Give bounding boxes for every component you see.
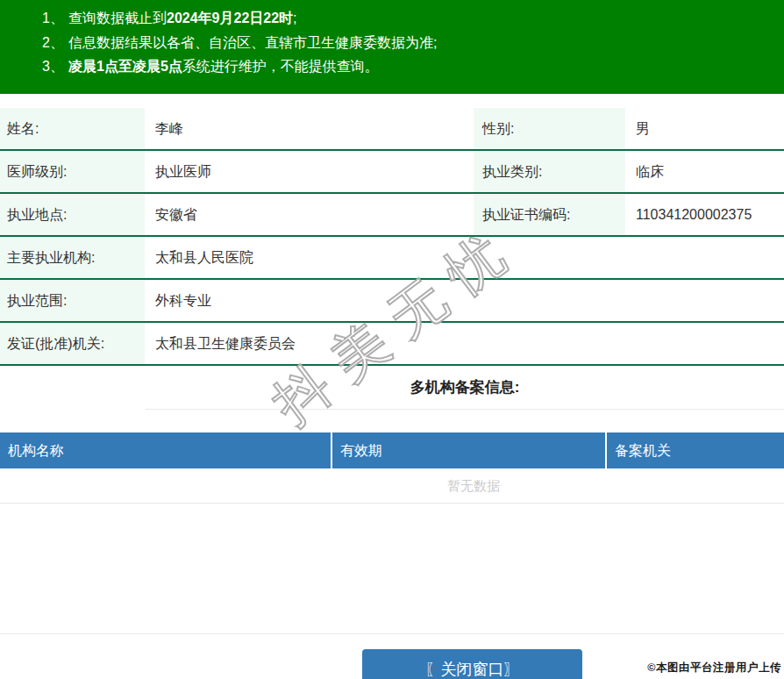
column-header-validity-period: 有效期 xyxy=(332,432,607,468)
notice-text-bold: 凌晨1点至凌晨5点 xyxy=(68,59,182,74)
close-window-button[interactable]: 〖关闭窗口〗 xyxy=(362,649,582,679)
notice-text: 信息数据结果以各省、自治区、直辖市卫生健康委数据为准; xyxy=(68,35,437,50)
notice-text: ; xyxy=(293,11,296,25)
field-value-practice-location: 安徽省 xyxy=(145,194,474,235)
column-header-filing-authority: 备案机关 xyxy=(607,432,784,468)
copyright-watermark-text: ©本图由平台注册用户上传 xyxy=(647,661,781,675)
field-label-name: 姓名: xyxy=(0,108,145,149)
table-row: 发证(批准)机关: 太和县卫生健康委员会 xyxy=(0,323,784,366)
notice-line-number: 1、 xyxy=(42,6,68,31)
notice-line-number: 3、 xyxy=(42,54,68,79)
notice-text: 查询数据截止到 xyxy=(68,11,167,25)
field-value-gender: 男 xyxy=(625,108,784,149)
field-label-doctor-level: 医师级别: xyxy=(0,151,145,192)
field-label-gender: 性别: xyxy=(474,108,625,149)
field-value-practice-scope: 外科专业 xyxy=(145,280,784,321)
field-label-issuing-authority: 发证(批准)机关: xyxy=(0,323,145,364)
notice-line-1: 1、查询数据截止到2024年9月22日22时; xyxy=(42,6,784,31)
field-value-name: 李峰 xyxy=(145,108,474,149)
field-label-practice-category: 执业类别: xyxy=(474,151,625,192)
notice-line-3: 3、凌晨1点至凌晨5点系统进行维护，不能提供查询。 xyxy=(42,54,784,79)
notice-text-bold: 2024年9月22日22时 xyxy=(167,11,293,25)
notice-line-2: 2、信息数据结果以各省、自治区、直辖市卫生健康委数据为准; xyxy=(42,31,784,55)
table-row: 医师级别: 执业医师 执业类别: 临床 xyxy=(0,151,784,194)
multi-org-empty-row: 暂无数据 xyxy=(0,468,784,504)
license-query-result-page: { "notice": { "lines": [ { "num": "1、", … xyxy=(0,0,784,679)
table-row: 执业范围: 外科专业 xyxy=(0,280,784,323)
physician-profile-table: 姓名: 李峰 性别: 男 医师级别: 执业医师 执业类别: 临床 执业地点: 安… xyxy=(0,108,784,366)
notice-banner: 1、查询数据截止到2024年9月22日22时; 2、信息数据结果以各省、自治区、… xyxy=(0,0,784,94)
field-value-doctor-level: 执业医师 xyxy=(145,151,474,192)
field-label-main-institution: 主要执业机构: xyxy=(0,237,145,278)
table-row: 主要执业机构: 太和县人民医院 xyxy=(0,237,784,280)
column-header-institution-name: 机构名称 xyxy=(0,432,332,468)
field-label-practice-scope: 执业范围: xyxy=(0,280,145,321)
multi-org-table-header: 机构名称 有效期 备案机关 xyxy=(0,432,784,468)
empty-data-text: 暂无数据 xyxy=(163,468,784,503)
field-label-practice-location: 执业地点: xyxy=(0,194,145,235)
notice-text: 系统进行维护，不能提供查询。 xyxy=(182,59,379,74)
content-spacer xyxy=(0,504,784,634)
table-row: 姓名: 李峰 性别: 男 xyxy=(0,108,784,151)
notice-line-number: 2、 xyxy=(42,31,68,55)
field-value-practice-category: 临床 xyxy=(625,151,784,192)
field-value-main-institution: 太和县人民医院 xyxy=(145,237,784,278)
field-value-issuing-authority: 太和县卫生健康委员会 xyxy=(145,323,784,364)
field-value-certificate-number: 110341200002375 xyxy=(625,194,784,235)
field-label-certificate-number: 执业证书编码: xyxy=(474,194,625,235)
table-row: 执业地点: 安徽省 执业证书编码: 110341200002375 xyxy=(0,194,784,237)
multi-org-section-title: 多机构备案信息: xyxy=(146,366,784,410)
